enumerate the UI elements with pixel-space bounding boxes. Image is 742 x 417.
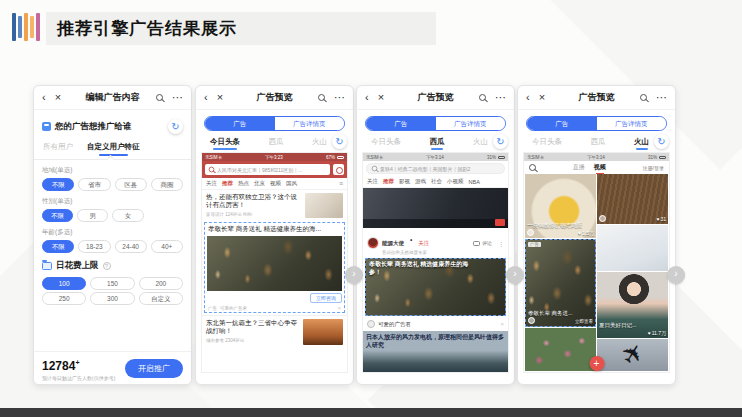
nav-tab[interactable]: 关注 xyxy=(367,178,378,185)
help-icon[interactable]: ? xyxy=(103,262,111,270)
tab-huoshan[interactable]: 火山 xyxy=(312,137,327,147)
option-pill[interactable]: 24-40 xyxy=(115,240,147,253)
consult-button[interactable]: 立即咨询 xyxy=(310,293,342,303)
toggle-ad[interactable]: 广告 xyxy=(527,117,597,130)
nav-tab-active[interactable]: 推荐 xyxy=(222,180,233,187)
comment-button[interactable]: 评论 xyxy=(473,240,492,246)
option-pill[interactable]: 100 xyxy=(42,277,86,290)
tab-huoshan[interactable]: 火山 xyxy=(634,137,649,147)
camera-icon[interactable] xyxy=(333,164,344,175)
more-options-icon[interactable]: ⋮ xyxy=(498,240,504,247)
toggle-ad-detail[interactable]: 广告详情页 xyxy=(275,117,345,130)
back-icon[interactable]: ‹ xyxy=(365,92,369,103)
option-pill[interactable]: 女 xyxy=(112,209,143,222)
nav-tab[interactable]: 影视 xyxy=(399,178,410,185)
video-cell[interactable]: 一块钱教你正确吃鸡蛋 ♥1.5万 xyxy=(525,174,596,238)
news-item[interactable]: 东北第一炕霸主？三省中心争夺战打响！ 城市参考 2304评论 xyxy=(202,315,347,348)
start-promotion-button[interactable]: 开启推广 xyxy=(125,359,183,378)
close-icon[interactable]: × xyxy=(217,92,223,103)
selected-ad-card[interactable]: 孝敬长辈 商务送礼 精选健康养生的海... 立即咨询 广告 可爱的广告君 × xyxy=(204,222,345,313)
option-pill[interactable]: 不限 xyxy=(42,240,74,253)
option-pill[interactable]: 300 xyxy=(90,292,134,305)
record-video-button[interactable]: + xyxy=(589,356,604,371)
more-icon[interactable]: ⋯ xyxy=(334,92,345,103)
selected-ad-cell[interactable]: 广告 孝敬长辈 商务送... 立即查看 xyxy=(525,239,596,327)
option-pill[interactable]: 不限 xyxy=(42,209,73,222)
video-cell[interactable]: 夏日美好日记... ♥11.7万 xyxy=(597,272,668,338)
close-icon[interactable]: × xyxy=(55,92,61,103)
tab-live[interactable]: 直播 xyxy=(573,163,585,172)
tab-huoshan[interactable]: 火山 xyxy=(473,137,488,147)
more-icon[interactable]: ⋯ xyxy=(495,92,506,103)
tab-all-users[interactable]: 所有用户 xyxy=(43,142,73,152)
option-pill[interactable]: 250 xyxy=(42,292,86,305)
dismiss-icon[interactable]: × xyxy=(500,321,504,327)
tab-custom-users[interactable]: 自定义用户特征 xyxy=(87,142,140,152)
tab-xigua[interactable]: 西瓜 xyxy=(269,137,284,147)
back-icon[interactable]: ‹ xyxy=(42,92,46,103)
video-cell[interactable]: ✈ xyxy=(597,339,668,371)
tab-video[interactable]: 视频 xyxy=(594,163,606,172)
nav-tab[interactable]: 视频 xyxy=(270,180,281,187)
option-pill[interactable]: 18-23 xyxy=(78,240,110,253)
carousel-next-icon[interactable]: › xyxy=(667,266,685,284)
tab-xigua[interactable]: 西瓜 xyxy=(430,137,445,147)
more-icon[interactable]: ⋯ xyxy=(172,92,183,103)
view-now-link[interactable]: 立即查看 xyxy=(575,319,593,324)
nav-tab[interactable]: 小视频 xyxy=(447,178,464,185)
video-cell[interactable]: ♥31 xyxy=(597,174,668,224)
nav-tab[interactable]: 国风 xyxy=(286,180,297,187)
more-icon[interactable]: ⋯ xyxy=(656,92,667,103)
tab-toutiao[interactable]: 今日头条 xyxy=(371,137,401,147)
toggle-ad-detail[interactable]: 广告详情页 xyxy=(436,117,506,130)
account-name[interactable]: 能源大使 xyxy=(382,240,404,246)
refresh-icon[interactable]: ↻ xyxy=(332,134,347,149)
refresh-icon[interactable]: ↻ xyxy=(654,134,669,149)
option-pill[interactable]: 自定义 xyxy=(139,292,183,305)
option-pill[interactable]: 商圈 xyxy=(151,178,183,191)
video-thumbnail[interactable] xyxy=(363,188,508,228)
close-icon[interactable]: × xyxy=(378,92,384,103)
option-pill[interactable]: 区县 xyxy=(115,178,147,191)
search-input[interactable]: 复联4｜经典二战电影｜美国影片｜国剧2 xyxy=(366,163,505,174)
back-icon[interactable]: ‹ xyxy=(526,92,530,103)
selected-ad-video[interactable]: 孝敬长辈 商务送礼 精选健康养生的海参！ xyxy=(365,258,506,316)
nav-tab[interactable]: 关注 xyxy=(206,180,217,187)
refresh-icon[interactable]: ↻ xyxy=(168,119,183,134)
toggle-ad-detail[interactable]: 广告详情页 xyxy=(597,117,667,130)
carousel-next-icon[interactable]: › xyxy=(345,266,363,284)
avatar[interactable] xyxy=(367,237,379,249)
toggle-ad[interactable]: 广告 xyxy=(366,117,436,130)
search-icon[interactable] xyxy=(640,94,647,101)
close-icon[interactable]: × xyxy=(539,92,545,103)
news-video-item[interactable]: 日本人放弃的风力发电机，原理相同但是风叶值得多人研究 xyxy=(363,331,508,373)
login-link[interactable]: 注册/登录 xyxy=(643,165,664,171)
option-pill[interactable]: 200 xyxy=(139,277,183,290)
carousel-next-icon[interactable]: › xyxy=(506,266,524,284)
follow-button[interactable]: 关注 xyxy=(418,240,429,246)
nav-tab[interactable]: 游戏 xyxy=(415,178,426,185)
search-icon[interactable] xyxy=(318,94,325,101)
toggle-ad[interactable]: 广告 xyxy=(205,117,275,130)
nav-tab[interactable]: 北京 xyxy=(254,180,265,187)
option-pill[interactable]: 省市 xyxy=(78,178,110,191)
option-pill[interactable]: 不限 xyxy=(42,178,74,191)
nav-tab[interactable]: NBA xyxy=(469,179,480,185)
nav-tab[interactable]: 热点 xyxy=(238,180,249,187)
search-input[interactable]: 人民币对美元汇率｜985和211区别｜... xyxy=(205,164,330,175)
option-pill[interactable]: 男 xyxy=(77,209,108,222)
search-icon[interactable] xyxy=(529,164,536,171)
menu-icon[interactable]: ≡ xyxy=(339,180,343,187)
dismiss-icon[interactable]: × xyxy=(337,305,341,311)
tab-toutiao[interactable]: 今日头条 xyxy=(210,137,240,147)
news-item[interactable]: 热，还能有双独立卫浴？这个设计有点厉害！ 家居设计 124评论 刚刚 xyxy=(202,190,347,221)
option-pill[interactable]: 150 xyxy=(90,277,134,290)
video-cell[interactable] xyxy=(597,225,668,271)
back-icon[interactable]: ‹ xyxy=(204,92,208,103)
video-cell[interactable] xyxy=(525,328,596,371)
tab-xigua[interactable]: 西瓜 xyxy=(591,137,606,147)
tab-toutiao[interactable]: 今日头条 xyxy=(532,137,562,147)
option-pill[interactable]: 40+ xyxy=(151,240,183,253)
nav-tab[interactable]: 社会 xyxy=(431,178,442,185)
search-icon[interactable] xyxy=(479,94,486,101)
